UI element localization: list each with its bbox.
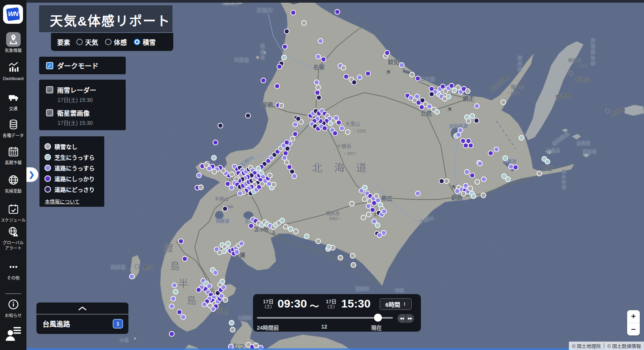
snow-report-dot[interactable]	[463, 183, 469, 189]
snow-report-dot[interactable]	[248, 223, 254, 229]
attribution-gsi[interactable]: © 国土地理院	[572, 342, 601, 350]
snow-report-dot[interactable]	[198, 185, 204, 190]
snow-report-dot[interactable]	[335, 9, 340, 15]
snow-report-dot[interactable]	[293, 229, 299, 234]
snow-report-dot[interactable]	[455, 188, 460, 194]
snow-report-dot[interactable]	[336, 120, 342, 126]
time-slider-track[interactable]	[257, 317, 393, 319]
zoom-out-button[interactable]: −	[627, 323, 640, 336]
snow-report-dot[interactable]	[345, 129, 351, 135]
snow-report-dot[interactable]	[366, 212, 372, 218]
snow-report-dot[interactable]	[419, 105, 425, 110]
snow-report-dot[interactable]	[207, 303, 213, 309]
snow-report-dot[interactable]	[292, 122, 298, 128]
snow-report-dot[interactable]	[274, 83, 280, 89]
snow-report-dot[interactable]	[477, 161, 483, 167]
snow-report-dot[interactable]	[316, 95, 322, 101]
snow-report-dot[interactable]	[321, 57, 327, 62]
zoom-in-button[interactable]: +	[627, 310, 640, 323]
snow-report-dot[interactable]	[172, 283, 177, 288]
snow-report-dot[interactable]	[461, 191, 467, 197]
snow-report-dot[interactable]	[169, 331, 175, 337]
snow-report-dot[interactable]	[288, 226, 294, 232]
snow-report-dot[interactable]	[245, 113, 251, 119]
sidebar-item-database[interactable]: 各種データ	[0, 119, 26, 138]
snow-report-dot[interactable]	[444, 178, 450, 184]
snow-report-dot[interactable]	[362, 196, 368, 202]
typhoon-row[interactable]: 台風進路 1	[36, 314, 128, 329]
snow-report-dot[interactable]	[415, 191, 421, 196]
snow-report-dot[interactable]	[196, 173, 202, 178]
snow-report-dot[interactable]	[343, 74, 349, 80]
snow-report-dot[interactable]	[239, 241, 245, 247]
attribution-ksj[interactable]: © 国土数値情報	[607, 342, 641, 350]
snow-report-dot[interactable]	[213, 140, 219, 146]
snow-report-dot[interactable]	[284, 29, 290, 34]
snow-report-dot[interactable]	[429, 86, 435, 92]
weathernews-logo[interactable]: WN	[3, 5, 23, 24]
snow-report-dot[interactable]	[338, 255, 343, 261]
snow-report-dot[interactable]	[501, 100, 506, 105]
snow-report-dot[interactable]	[361, 215, 366, 221]
snow-report-dot[interactable]	[381, 230, 387, 236]
snow-report-dot[interactable]	[513, 165, 519, 170]
sidebar-item-globe[interactable]: 気候変動	[0, 174, 26, 194]
sidebar-item-truck[interactable]: 交通	[0, 92, 26, 111]
snow-report-dot[interactable]	[352, 80, 357, 85]
snow-report-dot[interactable]	[434, 109, 440, 115]
snow-report-dot[interactable]	[301, 20, 307, 26]
snow-report-dot[interactable]	[474, 118, 480, 124]
snow-report-dot[interactable]	[237, 191, 243, 196]
snow-report-dot[interactable]	[362, 185, 368, 191]
element-radio-体感[interactable]: 体感	[105, 37, 127, 47]
snow-report-dot[interactable]	[234, 249, 240, 255]
element-radio-積雪[interactable]: 積雪	[134, 37, 156, 47]
snow-report-dot[interactable]	[304, 234, 310, 239]
step-back-button[interactable]: ◀◀	[398, 314, 406, 323]
typhoon-panel-collapse[interactable]	[36, 303, 128, 314]
sidebar-item-chart[interactable]: Dashboard	[0, 62, 26, 81]
snow-report-dot[interactable]	[519, 135, 524, 141]
time-slider-thumb[interactable]	[374, 314, 382, 322]
snow-report-dot[interactable]	[291, 10, 296, 16]
snow-report-dot[interactable]	[374, 193, 380, 199]
snow-report-dot[interactable]	[545, 159, 550, 165]
snow-report-dot[interactable]	[465, 88, 471, 94]
snow-report-dot[interactable]	[488, 150, 494, 156]
snow-report-dot[interactable]	[503, 155, 508, 161]
snow-report-dot[interactable]	[284, 140, 290, 146]
legend-info-link[interactable]: 本情報について	[45, 198, 80, 205]
snow-report-dot[interactable]	[230, 327, 236, 333]
snow-report-dot[interactable]	[415, 76, 421, 82]
snow-report-dot[interactable]	[381, 209, 387, 214]
sidebar-item-ellipsis[interactable]: その他	[0, 261, 26, 281]
snow-report-dot[interactable]	[222, 206, 228, 212]
snow-report-dot[interactable]	[322, 126, 328, 131]
snow-report-dot[interactable]	[351, 262, 356, 268]
snow-report-dot[interactable]	[220, 279, 225, 285]
sidebar-item-pin-map[interactable]: 気象情報	[0, 32, 26, 53]
snow-report-dot[interactable]	[470, 173, 475, 178]
snow-report-dot[interactable]	[357, 75, 363, 80]
snow-report-dot[interactable]	[225, 241, 231, 247]
snow-report-dot[interactable]	[349, 201, 355, 207]
dark-mode-checkbox[interactable]: ✓	[46, 62, 53, 69]
snow-report-dot[interactable]	[466, 118, 472, 124]
snow-report-dot[interactable]	[339, 126, 345, 131]
snow-report-dot[interactable]	[468, 143, 474, 149]
snow-report-dot[interactable]	[256, 166, 261, 172]
profile-menu-button[interactable]	[0, 325, 26, 344]
snow-report-dot[interactable]	[279, 218, 285, 224]
element-radio-天気[interactable]: 天気	[76, 37, 98, 47]
snow-report-dot[interactable]	[218, 123, 223, 129]
sidebar-item-notice[interactable]: お知らせ	[0, 299, 26, 318]
snow-report-dot[interactable]	[214, 247, 220, 252]
snow-report-dot[interactable]	[481, 193, 486, 198]
snow-report-dot[interactable]	[177, 309, 182, 315]
snow-report-dot[interactable]	[318, 38, 324, 44]
snow-report-dot[interactable]	[399, 62, 405, 68]
snow-report-dot[interactable]	[277, 64, 283, 70]
satellite-checkbox[interactable]: ✓	[46, 109, 53, 116]
snow-report-dot[interactable]	[474, 103, 480, 109]
snow-report-dot[interactable]	[181, 314, 186, 320]
